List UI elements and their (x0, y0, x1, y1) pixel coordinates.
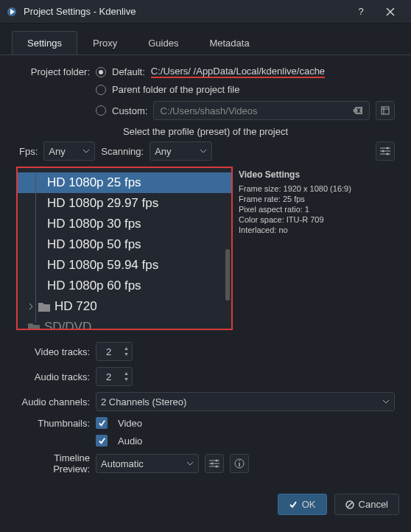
check-icon (289, 500, 298, 509)
window-title: Project Settings - Kdenlive (24, 6, 346, 17)
video-settings-title: Video Settings (239, 169, 393, 180)
svg-rect-1 (382, 107, 389, 114)
thumb-audio-check[interactable] (96, 435, 108, 447)
dialog-footer: OK Cancel (0, 486, 411, 522)
profile-item[interactable]: HD 1080p 30 fps (18, 214, 231, 234)
radio-custom[interactable] (96, 105, 106, 116)
video-tracks-spinner[interactable]: 2▲▼ (96, 342, 133, 361)
project-folder-label: Project folder: (16, 66, 90, 77)
pixel-aspect-ratio: Pixel aspect ratio: 1 (239, 205, 393, 214)
tab-proxy[interactable]: Proxy (77, 31, 133, 55)
frame-size: Frame size: 1920 x 1080 (16:9) (239, 184, 393, 193)
audio-tracks-label: Audio tracks: (16, 371, 90, 382)
cancel-button[interactable]: Cancel (334, 494, 399, 515)
folder-icon (38, 301, 50, 312)
preview-settings-button[interactable] (205, 454, 224, 473)
radio-default[interactable] (96, 67, 106, 77)
audio-channels-combo[interactable]: 2 Channels (Stereo) (96, 392, 395, 411)
thumb-video-label: Video (118, 418, 142, 429)
audio-tracks-spinner[interactable]: 2▲▼ (96, 367, 133, 386)
preview-info-button[interactable] (230, 454, 249, 473)
tab-bar: Settings Proxy Guides Metadata (0, 31, 411, 55)
video-tracks-label: Video tracks: (16, 346, 90, 357)
thumbnails-label: Thumbnails: (16, 418, 90, 429)
profile-item[interactable]: HD 1080p 59.94 fps (18, 255, 231, 276)
timeline-preview-label: Timeline Preview: (16, 452, 90, 475)
fps-label: Fps: (19, 146, 38, 157)
profile-item[interactable]: HD 1080p 29.97 fps (18, 193, 231, 214)
clear-icon[interactable] (353, 106, 363, 115)
scanning-label: Scanning: (101, 146, 144, 157)
svg-point-3 (382, 150, 384, 153)
parent-label: Parent folder of the project file (112, 84, 239, 95)
folder-icon (28, 322, 40, 330)
chevron-right-icon (28, 303, 34, 310)
audio-channels-label: Audio channels: (16, 396, 90, 407)
profile-folder[interactable]: HD 720 (18, 296, 231, 317)
tab-guides[interactable]: Guides (133, 31, 194, 55)
video-settings-pane: Video Settings Frame size: 1920 x 1080 (… (237, 167, 395, 330)
color-space: Color space: ITU-R 709 (239, 215, 393, 224)
profile-settings-button[interactable] (376, 141, 395, 161)
tab-metadata[interactable]: Metadata (194, 31, 264, 55)
frame-rate: Frame rate: 25 fps (239, 195, 393, 203)
cancel-icon (345, 500, 354, 509)
scanning-combo[interactable]: Any (150, 141, 212, 161)
fps-combo[interactable]: Any (43, 141, 95, 161)
profile-header: Select the profile (preset) of the proje… (16, 126, 395, 137)
svg-point-5 (216, 460, 218, 462)
tab-settings[interactable]: Settings (12, 31, 77, 55)
svg-point-2 (387, 147, 389, 150)
ok-button[interactable]: OK (278, 494, 327, 515)
thumb-video-check[interactable] (96, 417, 108, 429)
timeline-preview-combo[interactable]: Automatic (96, 454, 199, 473)
profile-list[interactable]: HD 1080p 25 fps HD 1080p 29.97 fps HD 10… (16, 167, 233, 330)
svg-point-6 (211, 463, 214, 465)
custom-path-input[interactable]: C:/Users/shash/Videos (153, 101, 370, 120)
svg-point-4 (387, 153, 389, 155)
profile-item[interactable]: HD 1080p 25 fps (18, 172, 231, 193)
profile-item[interactable]: HD 1080p 50 fps (18, 234, 231, 255)
thumb-audio-label: Audio (118, 435, 142, 447)
default-path: C:/Users/ /AppData/Local/kdenlive/cache (151, 66, 325, 78)
custom-label: Custom: (112, 105, 147, 116)
profile-item[interactable]: HD 1080p 60 fps (18, 276, 231, 296)
interlaced: Interlaced: no (239, 225, 393, 234)
title-bar: Project Settings - Kdenlive ? (0, 0, 411, 24)
radio-parent[interactable] (96, 85, 106, 95)
scrollbar-thumb[interactable] (225, 249, 230, 301)
app-icon (6, 6, 18, 18)
help-button[interactable]: ? (346, 1, 376, 22)
close-button[interactable] (376, 1, 405, 22)
profile-folder[interactable]: SD/DVD (18, 317, 231, 330)
default-label: Default: (112, 66, 145, 77)
svg-point-7 (216, 466, 218, 468)
browse-folder-button[interactable] (376, 101, 395, 120)
